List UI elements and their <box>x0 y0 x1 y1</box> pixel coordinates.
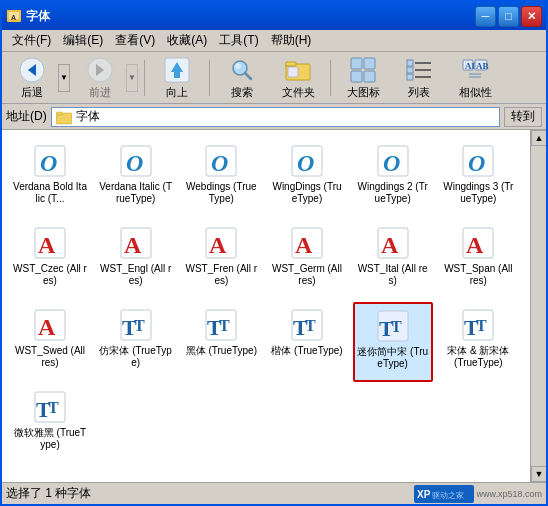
menu-favorites[interactable]: 收藏(A) <box>161 30 213 51</box>
file-item-verdana-bold-italic[interactable]: O Verdana Bold Italic (T... <box>10 138 90 218</box>
menu-help[interactable]: 帮助(H) <box>265 30 318 51</box>
file-item-wst-swed[interactable]: A WST_Swed (All res) <box>10 302 90 382</box>
svg-point-13 <box>235 63 241 69</box>
file-item-kai-ti[interactable]: T T 楷体 (TrueType) <box>267 302 347 382</box>
svg-rect-10 <box>174 72 180 78</box>
svg-rect-19 <box>351 71 362 82</box>
svg-text:O: O <box>126 150 143 176</box>
svg-rect-21 <box>407 60 413 66</box>
folders-label: 文件夹 <box>282 86 315 99</box>
file-item-wingdings[interactable]: O WingDings (TrueType) <box>267 138 347 218</box>
file-label: WST_Ital (All res) <box>356 263 430 287</box>
file-label: WST_Engl (All res) <box>99 263 173 287</box>
minimize-button[interactable]: ─ <box>475 6 496 27</box>
a-icon: A <box>32 225 68 261</box>
file-label: WST_Span (All res) <box>441 263 515 287</box>
forward-dropdown[interactable]: ▼ <box>126 64 138 92</box>
scrollbar[interactable]: ▲ ▼ <box>530 130 546 482</box>
file-label: WST_Germ (All res) <box>270 263 344 287</box>
a-icon: A <box>32 307 68 343</box>
file-label: 仿宋体 (TrueType) <box>99 345 173 369</box>
file-item-song-xinxin[interactable]: T T 宋体 & 新宋体 (TrueType) <box>438 302 518 382</box>
file-label: WST_Swed (All res) <box>13 345 87 369</box>
list-icon <box>405 56 433 84</box>
a-icon: A <box>460 225 496 261</box>
up-button[interactable]: 向上 <box>151 56 203 100</box>
tt-icon: T T <box>118 307 154 343</box>
menu-edit[interactable]: 编辑(E) <box>57 30 109 51</box>
file-item-wst-engl[interactable]: A WST_Engl (All res) <box>96 220 176 300</box>
o-icon: O <box>289 143 325 179</box>
file-item-wst-czec[interactable]: A WST_Czec (All res) <box>10 220 90 300</box>
svg-text:XP: XP <box>417 489 431 500</box>
file-item-hei-ti[interactable]: T T 黑体 (TrueType) <box>181 302 261 382</box>
file-item-wei-ruan-yahei[interactable]: T T 微软雅黑 (TrueType) <box>10 384 90 464</box>
folders-icon <box>284 56 312 84</box>
largeicons-button[interactable]: 大图标 <box>337 56 389 100</box>
file-label: 宋体 & 新宋体 (TrueType) <box>441 345 515 369</box>
svg-rect-17 <box>351 58 362 69</box>
address-folder-icon <box>56 109 72 125</box>
close-button[interactable]: ✕ <box>521 6 542 27</box>
svg-text:O: O <box>383 150 400 176</box>
menu-tools[interactable]: 工具(T) <box>213 30 264 51</box>
menu-view[interactable]: 查看(V) <box>109 30 161 51</box>
toolbar: 后退 ▼ 前进 ▼ <box>2 52 546 104</box>
file-label: 迷你简中宋 (TrueType) <box>357 346 429 370</box>
file-item-mini-jian-zhong[interactable]: T T 迷你简中宋 (TrueType) <box>353 302 433 382</box>
svg-rect-18 <box>364 58 375 69</box>
back-dropdown[interactable]: ▼ <box>58 64 70 92</box>
status-text: 选择了 1 种字体 <box>6 485 91 502</box>
file-item-wst-ital[interactable]: A WST_Ital (All res) <box>353 220 433 300</box>
list-button[interactable]: 列表 <box>393 56 445 100</box>
svg-text:A: A <box>38 314 56 340</box>
file-item-verdana-italic[interactable]: O Verdana Italic (TrueType) <box>96 138 176 218</box>
file-label: Wingdings 2 (TrueType) <box>356 181 430 205</box>
file-item-wst-germ[interactable]: A WST_Germ (All res) <box>267 220 347 300</box>
file-item-wst-fren[interactable]: A WST_Fren (All res) <box>181 220 261 300</box>
svg-rect-16 <box>288 67 298 77</box>
svg-text:A: A <box>381 232 399 258</box>
a-icon: A <box>203 225 239 261</box>
svg-text:T: T <box>48 399 59 416</box>
up-icon <box>163 56 191 84</box>
file-item-wingdings2[interactable]: O Wingdings 2 (TrueType) <box>353 138 433 218</box>
forward-button[interactable]: 前进 <box>74 56 126 100</box>
address-field[interactable]: 字体 <box>51 107 500 127</box>
file-label: Webdings (TrueType) <box>184 181 258 205</box>
scroll-up-button[interactable]: ▲ <box>531 130 546 146</box>
menu-file[interactable]: 文件(F) <box>6 30 57 51</box>
svg-text:O: O <box>297 150 314 176</box>
folders-button[interactable]: 文件夹 <box>272 56 324 100</box>
menubar: 文件(F) 编辑(E) 查看(V) 收藏(A) 工具(T) 帮助(H) <box>2 30 546 52</box>
file-label: WST_Czec (All res) <box>13 263 87 287</box>
largeicons-label: 大图标 <box>347 86 380 99</box>
go-button[interactable]: 转到 <box>504 107 542 127</box>
svg-text:A: A <box>11 14 16 21</box>
o-icon: O <box>203 143 239 179</box>
file-item-webdings[interactable]: O Webdings (TrueType) <box>181 138 261 218</box>
toolbar-sep-3 <box>330 60 331 96</box>
titlebar: A 字体 ─ □ ✕ <box>2 2 546 30</box>
file-item-fang-song[interactable]: T T 仿宋体 (TrueType) <box>96 302 176 382</box>
addressbar: 地址(D) 字体 转到 <box>2 104 546 130</box>
svg-text:O: O <box>468 150 485 176</box>
file-item-wst-span[interactable]: A WST_Span (All res) <box>438 220 518 300</box>
maximize-button[interactable]: □ <box>498 6 519 27</box>
similarity-label: 相似性 <box>459 86 492 99</box>
scroll-down-button[interactable]: ▼ <box>531 466 546 482</box>
search-icon <box>228 56 256 84</box>
tt-icon: T T <box>203 307 239 343</box>
similarity-button[interactable]: AB AB 相似性 <box>449 56 501 100</box>
forward-icon <box>86 56 114 84</box>
back-button[interactable]: 后退 <box>6 56 58 100</box>
file-label: Verdana Italic (TrueType) <box>99 181 173 205</box>
file-grid: O Verdana Bold Italic (T... O Verdana It… <box>2 130 530 482</box>
logo-url: www.xp518.com <box>476 489 542 499</box>
search-button[interactable]: 搜索 <box>216 56 268 100</box>
svg-text:T: T <box>134 317 145 334</box>
svg-rect-34 <box>56 112 62 115</box>
largeicons-icon <box>349 56 377 84</box>
file-item-wingdings3[interactable]: O Wingdings 3 (TrueType) <box>438 138 518 218</box>
svg-text:A: A <box>466 232 484 258</box>
